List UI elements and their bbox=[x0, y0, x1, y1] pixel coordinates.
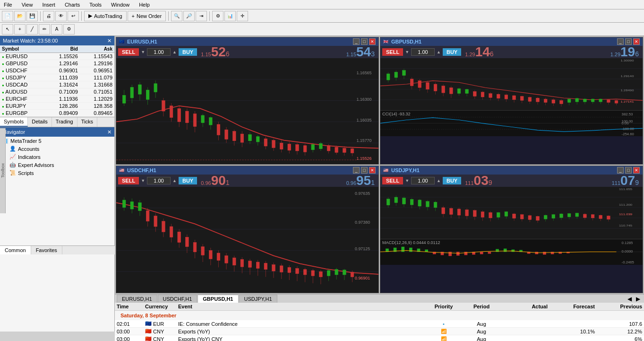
mw-row[interactable]: ● EURCHF 1.11936 1.12029 bbox=[0, 96, 114, 103]
chart-tab-usdchf[interactable]: USDCHF,H1 bbox=[158, 295, 197, 303]
mw-tab-symbols[interactable]: Symbols bbox=[0, 117, 28, 127]
svg-rect-242 bbox=[457, 209, 461, 215]
chart-eurusd-lot[interactable] bbox=[147, 48, 171, 56]
svg-text:1.15526: 1.15526 bbox=[356, 156, 371, 161]
chart-tab-gbpusd[interactable]: GBPUSD,H1 bbox=[197, 295, 238, 303]
svg-rect-99 bbox=[473, 91, 476, 96]
mw-rows: ● EURUSD 1.15526 1.15543 ● GBPUSD 1.2914… bbox=[0, 53, 114, 117]
chart-eurusd-minimize[interactable]: _ bbox=[353, 38, 360, 45]
chart-usdchf-content[interactable]: 0.97635 0.97380 0.97125 0.96901 bbox=[116, 187, 378, 293]
chart-tab-usdjpy[interactable]: USDJPY,H1 bbox=[239, 295, 277, 303]
chart-props-btn[interactable]: ⚙ bbox=[212, 11, 223, 21]
svg-rect-62 bbox=[343, 148, 346, 152]
save-btn[interactable]: 💾 bbox=[26, 11, 38, 21]
new-chart-btn[interactable]: 📄 bbox=[2, 11, 13, 21]
chart-tab-eurusd[interactable]: EURUSD,H1 bbox=[117, 295, 157, 303]
mw-tab-details[interactable]: Details bbox=[28, 117, 52, 127]
calendar-scroll[interactable]: Saturday, 8 September 02:01 🇪🇺 EUR IE: C… bbox=[115, 311, 644, 341]
chart-scroll-right[interactable]: ▶ bbox=[634, 296, 642, 302]
print-btn[interactable]: 🖨 bbox=[43, 11, 54, 21]
mw-row[interactable]: ● EURJPY 128.286 128.358 bbox=[0, 103, 114, 110]
crosshair-btn[interactable]: ✛ bbox=[237, 11, 248, 21]
chart-eurusd-content[interactable]: 1.16565 1.16300 1.16035 1.15770 1.15526 bbox=[116, 58, 378, 164]
menu-window[interactable]: Window bbox=[109, 1, 131, 9]
chart-eurusd-close[interactable]: ✕ bbox=[369, 38, 376, 45]
chart-gbpusd-sell[interactable]: SELL bbox=[382, 48, 403, 56]
chart-eurusd-maximize[interactable]: □ bbox=[361, 38, 368, 45]
chart-usdjpy-minimize[interactable]: _ bbox=[617, 167, 624, 174]
chart-usdchf-maximize[interactable]: □ bbox=[361, 167, 368, 174]
menu-view[interactable]: View bbox=[20, 1, 35, 9]
chart-usdjpy-lot[interactable] bbox=[411, 177, 435, 184]
indicators-btn[interactable]: 📊 bbox=[224, 11, 236, 21]
auto-scroll-btn[interactable]: ⇥ bbox=[196, 11, 207, 21]
chart-usdjpy-arrow-up: ▲ bbox=[437, 178, 441, 183]
mw-row[interactable]: ● USDCHF 0.96901 0.96951 bbox=[0, 67, 114, 74]
cal-time-2: 03:00 bbox=[117, 336, 145, 341]
mw-row[interactable]: ● EURUSD 1.15526 1.15543 bbox=[0, 53, 114, 60]
chart-gbpusd-minimize[interactable]: _ bbox=[617, 38, 624, 45]
zoom-in-btn[interactable]: 🔍 bbox=[171, 11, 182, 21]
crosshair2-btn[interactable]: + bbox=[14, 24, 26, 35]
mw-row[interactable]: ● GBPUSD 1.29146 1.29196 bbox=[0, 60, 114, 67]
chart-usdchf-sell[interactable]: SELL bbox=[118, 177, 139, 184]
cal-previous-1: 12.2% bbox=[595, 329, 642, 334]
autotrading-btn[interactable]: ▶ AutoTrading bbox=[84, 11, 127, 21]
text-btn[interactable]: A bbox=[51, 24, 62, 35]
open-btn[interactable]: 📂 bbox=[14, 11, 26, 21]
nav-item-experts[interactable]: 🤖 Expert Advisors bbox=[0, 161, 114, 169]
chart-usdchf: 🇺🇸 USDCHF,H1 _ □ ✕ SELL ▼ ▲ bbox=[116, 166, 379, 293]
chart-gbpusd-close[interactable]: ✕ bbox=[633, 38, 640, 45]
nav-item-scripts[interactable]: 📜 Scripts bbox=[0, 169, 114, 177]
cursor-btn[interactable]: ↖ bbox=[2, 24, 13, 35]
menu-file[interactable]: File bbox=[2, 1, 14, 9]
mw-row[interactable]: ● USDJPY 111.039 111.079 bbox=[0, 74, 114, 81]
chart-usdchf-lot[interactable] bbox=[147, 177, 171, 184]
nav-item-indicators[interactable]: 📈 Indicators bbox=[0, 153, 114, 161]
undo-btn[interactable]: ↩ bbox=[68, 11, 79, 21]
nav-tab-favorites[interactable]: Favorites bbox=[31, 246, 62, 254]
chart-usdjpy-buy[interactable]: BUY bbox=[443, 177, 461, 184]
pen-btn[interactable]: ✏ bbox=[39, 24, 50, 35]
chart-gbpusd-lot[interactable] bbox=[411, 48, 435, 56]
chart-usdjpy-maximize[interactable]: □ bbox=[625, 167, 632, 174]
chart-eurusd-buy[interactable]: BUY bbox=[179, 48, 197, 56]
chart-usdchf-buy[interactable]: BUY bbox=[179, 177, 197, 184]
chart-usdjpy-close[interactable]: ✕ bbox=[633, 167, 640, 174]
fib-btn[interactable]: Φ bbox=[63, 24, 75, 35]
mw-close-btn[interactable]: ✕ bbox=[107, 38, 112, 44]
nav-item-mt5[interactable]: 📊 MetaTrader 5 bbox=[0, 137, 114, 145]
chart-gbpusd-arrow-up: ▲ bbox=[437, 50, 441, 54]
svg-text:0.97380: 0.97380 bbox=[355, 220, 370, 225]
new-order-btn[interactable]: + New Order bbox=[128, 11, 166, 21]
chart-usdjpy-sell[interactable]: SELL bbox=[382, 177, 403, 184]
mw-tab-ticks[interactable]: Ticks bbox=[77, 117, 97, 127]
col-actual: Actual bbox=[500, 304, 548, 309]
nav-tab-common[interactable]: Common bbox=[0, 246, 31, 254]
nav-item-accounts[interactable]: 👤 Accounts bbox=[0, 145, 114, 153]
nav-close-btn[interactable]: ✕ bbox=[107, 129, 112, 135]
menu-help[interactable]: Help bbox=[137, 1, 152, 9]
mw-row[interactable]: ● EURGBP 0.89409 0.89465 bbox=[0, 110, 114, 117]
svg-text:1.30090: 1.30090 bbox=[620, 60, 634, 62]
mw-row[interactable]: ● AUDUSD 0.71009 0.71051 bbox=[0, 88, 114, 96]
line-btn[interactable]: ╱ bbox=[26, 24, 38, 35]
chart-gbpusd-buy[interactable]: BUY bbox=[443, 48, 461, 56]
menu-charts[interactable]: Charts bbox=[63, 1, 82, 9]
mw-tab-trading[interactable]: Trading bbox=[52, 117, 77, 127]
chart-scroll-left[interactable]: ◀ bbox=[626, 296, 634, 302]
zoom-out-btn[interactable]: 🔎 bbox=[183, 11, 195, 21]
col-previous: Previous bbox=[595, 304, 642, 309]
chart-gbpusd-maximize[interactable]: □ bbox=[625, 38, 632, 45]
chart-usdchf-close[interactable]: ✕ bbox=[369, 167, 376, 174]
mw-row[interactable]: ● USDCAD 1.31624 1.31668 bbox=[0, 81, 114, 88]
menu-tools[interactable]: Tools bbox=[87, 1, 103, 9]
chart-usdjpy-content[interactable]: 111.655 111.200 111.039 110.745 bbox=[380, 187, 643, 239]
chart-gbpusd-content[interactable]: 1.30090 1.29140 1.28490 1.27141 bbox=[380, 58, 643, 110]
print-prev-btn[interactable]: 👁 bbox=[55, 11, 67, 21]
menu-insert[interactable]: Insert bbox=[40, 1, 57, 9]
chart-usdchf-minimize[interactable]: _ bbox=[353, 167, 360, 174]
chart-eurusd-sell[interactable]: SELL bbox=[118, 48, 139, 56]
chart-usdjpy-buy-price: 111 07 9 bbox=[612, 174, 639, 187]
col-currency: Currency bbox=[145, 304, 178, 309]
